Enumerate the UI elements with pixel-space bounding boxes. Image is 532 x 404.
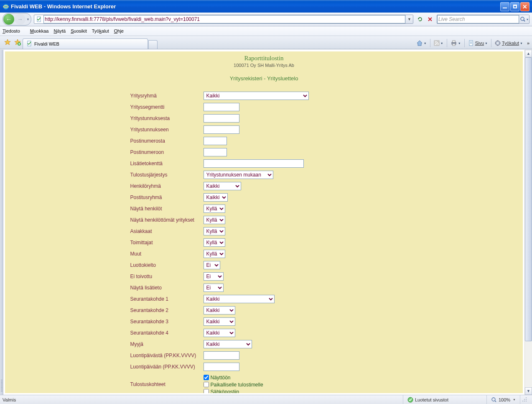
svg-point-33 bbox=[526, 401, 527, 401]
sel-yritysryhma[interactable]: Kaikki bbox=[204, 92, 309, 100]
scroll-thumb[interactable] bbox=[525, 57, 532, 341]
content-area: Raporttitulostin 100071 Oy SH Malli-Yrit… bbox=[3, 50, 524, 395]
lbl-nayta-henkilottomat: Näytä henkilöttömät yritykset bbox=[130, 217, 204, 223]
menu-tiedosto[interactable]: Tiedosto bbox=[3, 28, 25, 33]
lbl-toimittajat: Toimittajat bbox=[130, 240, 204, 245]
url-dropdown[interactable]: ▼ bbox=[405, 15, 413, 23]
back-button[interactable]: ← bbox=[3, 14, 14, 25]
zoom-control[interactable]: 100% ▼ bbox=[486, 395, 520, 404]
menu-tyokalut[interactable]: Työkalut bbox=[92, 28, 109, 33]
minimize-button[interactable] bbox=[500, 2, 509, 11]
sel-henkiloryhma[interactable]: Kaikki bbox=[204, 182, 241, 190]
maximize-button[interactable] bbox=[510, 2, 519, 11]
inp-postinumerosta[interactable] bbox=[204, 137, 227, 145]
svg-rect-20 bbox=[469, 41, 473, 46]
favorites-icon[interactable] bbox=[3, 38, 12, 46]
inp-luontipaivaan[interactable] bbox=[204, 363, 239, 371]
svg-point-6 bbox=[521, 17, 524, 20]
print-button[interactable]: ▼ bbox=[451, 40, 461, 46]
lbl-seurantakohde1: Seurantakohde 1 bbox=[130, 296, 204, 302]
sel-seurantakohde3[interactable]: Kaikki bbox=[204, 317, 235, 326]
chk-sahkopostiin[interactable] bbox=[204, 389, 209, 393]
menu-muokkaa[interactable]: Muokkaa bbox=[30, 28, 49, 33]
command-bar: ▼ ▼ ▼ Sivu▼ Työkalut▼ » bbox=[415, 39, 529, 49]
vertical-scrollbar[interactable]: ▲ ▼ bbox=[524, 50, 532, 395]
page-title: Raporttitulostin bbox=[5, 55, 523, 62]
scroll-down-button[interactable]: ▼ bbox=[525, 387, 532, 395]
sel-seurantakohde1[interactable]: Kaikki bbox=[204, 295, 275, 303]
svg-point-38 bbox=[522, 401, 523, 401]
lbl-luontipaivaan: Luontipäivään (PP.KK.VVVV) bbox=[130, 364, 204, 370]
sel-myyja[interactable]: Kaikki bbox=[204, 340, 252, 348]
sel-postitusryhma[interactable]: Kaikki bbox=[204, 193, 228, 202]
close-button[interactable]: ✕ bbox=[520, 2, 529, 11]
sel-toimittajat[interactable]: Kyllä bbox=[204, 238, 225, 247]
refresh-button[interactable] bbox=[415, 15, 425, 24]
stop-button[interactable] bbox=[425, 15, 435, 24]
report-form: Yritysryhmä Kaikki Yrityssegmentti Yrity… bbox=[130, 90, 398, 393]
search-input[interactable] bbox=[437, 15, 519, 23]
status-bar: Valmis Luotetut sivustot 100% ▼ bbox=[0, 395, 532, 404]
sel-nayta-henkilot[interactable]: Kyllä bbox=[204, 205, 225, 213]
sel-tulostusjarjestys[interactable]: Yritystunnuksen mukaan bbox=[204, 171, 273, 179]
new-tab-button[interactable] bbox=[148, 40, 158, 49]
lbl-nayta-henkilot: Näytä henkilöt bbox=[130, 206, 204, 212]
lbl-tulostusjarjestys: Tulostusjärjestys bbox=[130, 172, 204, 178]
lbl-asiakkaat: Asiakkaat bbox=[130, 228, 204, 234]
url-input[interactable] bbox=[43, 15, 405, 23]
inp-lisatietokentta[interactable] bbox=[204, 159, 304, 168]
inp-yrityssegmentti[interactable] bbox=[204, 103, 239, 111]
scroll-up-button[interactable]: ▲ bbox=[525, 50, 532, 57]
menu-nayta[interactable]: Näytä bbox=[53, 28, 66, 33]
lbl-seurantakohde3: Seurantakohde 3 bbox=[130, 319, 204, 325]
page-menu[interactable]: Sivu▼ bbox=[468, 40, 488, 46]
home-button[interactable]: ▼ bbox=[416, 40, 427, 46]
window-titlebar: Fivaldi WEB - Windows Internet Explorer … bbox=[0, 0, 532, 13]
forward-button[interactable]: → bbox=[15, 14, 25, 25]
sel-seurantakohde2[interactable]: Kaikki bbox=[204, 306, 235, 315]
tab-active[interactable]: Fivaldi WEB bbox=[23, 38, 148, 49]
lbl-yrityssegmentti: Yrityssegmentti bbox=[130, 104, 204, 110]
svg-marker-8 bbox=[5, 39, 10, 45]
inp-luontipaivasta[interactable] bbox=[204, 351, 239, 360]
scroll-track[interactable] bbox=[525, 57, 532, 387]
chk-paikalliselle[interactable] bbox=[204, 382, 209, 387]
security-zone[interactable]: Luotetut sivustot bbox=[403, 395, 486, 404]
add-favorite-icon[interactable] bbox=[13, 38, 22, 46]
cmdbar-overflow[interactable]: » bbox=[527, 41, 529, 46]
sel-nayta-henkilottomat[interactable]: Kyllä bbox=[204, 216, 225, 224]
left-pane-handle[interactable] bbox=[0, 50, 3, 395]
sel-seurantakohde4[interactable]: Kaikki bbox=[204, 329, 235, 337]
sel-asiakkaat[interactable]: Kyllä bbox=[204, 227, 225, 235]
svg-line-32 bbox=[495, 401, 496, 402]
lbl-muut: Muut bbox=[130, 251, 204, 257]
tools-menu[interactable]: Työkalut▼ bbox=[495, 40, 523, 46]
inp-yritystunnukseen[interactable] bbox=[204, 125, 239, 134]
inp-yritystunnuksesta[interactable] bbox=[204, 114, 239, 123]
search-box[interactable]: ▼ bbox=[437, 15, 529, 24]
sel-luottokielto[interactable]: Ei bbox=[204, 261, 220, 269]
address-bar[interactable]: ▼ bbox=[34, 15, 413, 24]
chk-nayttoon[interactable] bbox=[204, 375, 209, 380]
lbl-yritystunnuksesta: Yritystunnuksesta bbox=[130, 115, 204, 121]
search-button[interactable]: ▼ bbox=[519, 15, 529, 23]
svg-marker-14 bbox=[417, 41, 422, 46]
menu-ohje[interactable]: Ohje bbox=[114, 28, 124, 33]
svg-point-37 bbox=[524, 399, 525, 400]
svg-point-25 bbox=[497, 42, 499, 44]
svg-point-36 bbox=[526, 397, 527, 398]
resize-grip[interactable] bbox=[520, 395, 529, 404]
navigation-toolbar: ← → ▼ ▼ ▼ bbox=[0, 13, 532, 26]
svg-point-16 bbox=[435, 44, 436, 45]
sel-nayta-lisatieto[interactable]: Ei bbox=[204, 284, 224, 292]
inp-postinumeroon[interactable] bbox=[204, 148, 227, 156]
lbl-myyja: Myyjä bbox=[130, 341, 204, 347]
lbl-luontipaivasta: Luontipäivästä (PP.KK.VVVV) bbox=[130, 353, 204, 358]
feeds-button[interactable]: ▼ bbox=[434, 40, 443, 46]
menu-suosikit[interactable]: Suosikit bbox=[71, 28, 87, 33]
sel-ei-toivottu[interactable]: Ei bbox=[204, 272, 224, 281]
sel-muut[interactable]: Kyllä bbox=[204, 250, 225, 258]
lbl-seurantakohde2: Seurantakohde 2 bbox=[130, 307, 204, 313]
nav-history-dropdown[interactable]: ▼ bbox=[25, 18, 31, 21]
lbl-yritystunnukseen: Yritystunnukseen bbox=[130, 127, 204, 133]
